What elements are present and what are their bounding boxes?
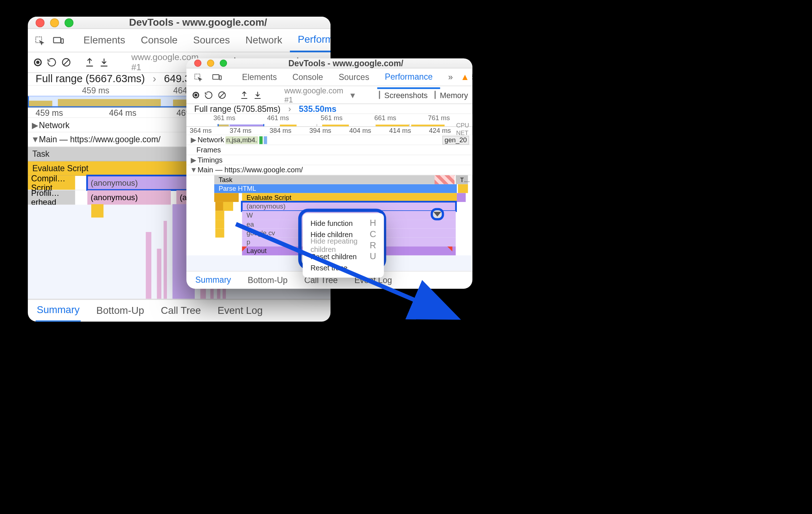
- flame-entry-compile-script[interactable]: Compil…Script: [28, 176, 75, 190]
- minimize-window-icon[interactable]: [207, 59, 214, 67]
- details-pane-tabs: Summary Bottom-Up Call Tree Event Log: [28, 299, 331, 321]
- track-main[interactable]: ▼Main — https://www.google.com/: [186, 165, 472, 175]
- svg-point-19: [194, 93, 197, 96]
- clear-button[interactable]: [61, 54, 71, 71]
- ruler-tick: 374 ms: [230, 127, 269, 135]
- upload-profile-button[interactable]: [85, 54, 95, 71]
- track-timings[interactable]: ▶Timings: [186, 155, 472, 165]
- menu-item-shortcut: U: [370, 252, 376, 262]
- warnings-badge[interactable]: ▲5: [460, 72, 472, 82]
- menu-item-hide-function[interactable]: Hide functionH: [303, 218, 384, 229]
- breadcrumb-full-range[interactable]: Full range (5667.63ms): [35, 73, 145, 85]
- download-profile-button[interactable]: [253, 87, 262, 103]
- inspect-icon[interactable]: [191, 70, 205, 84]
- track-network[interactable]: ▶ Network n,jsa,mb4. gen_20: [186, 135, 472, 145]
- minimize-window-icon[interactable]: [50, 18, 59, 27]
- expand-icon: ▶: [31, 120, 39, 130]
- overview-tick: 361 ms: [198, 114, 251, 124]
- flame-entry[interactable]: [458, 184, 468, 193]
- track-label: Frames: [197, 146, 221, 154]
- breadcrumb-level2[interactable]: 535.50ms: [299, 104, 336, 113]
- flame-entry-long-task[interactable]: [434, 175, 454, 184]
- svg-rect-13: [219, 76, 221, 80]
- tab-elements[interactable]: Elements: [76, 29, 133, 52]
- svg-rect-12: [213, 74, 219, 79]
- flame-entry-task-short[interactable]: T…: [456, 175, 468, 184]
- tab-network[interactable]: Network: [238, 29, 290, 52]
- clear-button[interactable]: [218, 87, 227, 103]
- flame-context-menu: Hide functionH Hide childrenC Hide repea…: [303, 213, 384, 278]
- flame-entry-task[interactable]: Task: [214, 175, 445, 184]
- profile-label: www.google.com #1: [284, 86, 343, 104]
- menu-item-shortcut: H: [370, 218, 376, 228]
- devtools-tabs: Elements Console Sources Performance » ▲…: [186, 68, 472, 86]
- network-chip[interactable]: n,jsa,mb4.: [225, 136, 258, 144]
- menu-item-reset-children[interactable]: Reset childrenU: [303, 251, 384, 262]
- flame-entry-anonymous-selected[interactable]: (anonymous): [242, 202, 456, 211]
- menu-item-label: Hide repeating children: [311, 237, 370, 254]
- footer-tab-calltree[interactable]: Call Tree: [160, 300, 202, 322]
- flame-entry[interactable]: [214, 193, 239, 202]
- flame-entry[interactable]: [215, 220, 224, 229]
- range-breadcrumb: Full range (5705.85ms) › 535.50ms: [186, 104, 472, 114]
- flame-entry-parse-html[interactable]: Parse HTML: [214, 184, 457, 193]
- maximize-window-icon[interactable]: [64, 18, 73, 27]
- screenshots-checkbox[interactable]: [379, 91, 380, 99]
- tab-performance[interactable]: Performance: [290, 29, 331, 52]
- menu-item-reset-trace[interactable]: Reset trace: [303, 262, 384, 273]
- tab-console[interactable]: Console: [133, 29, 185, 52]
- expand-icon: ▶: [190, 156, 198, 164]
- footer-tab-bottomup[interactable]: Bottom-Up: [95, 300, 145, 322]
- ruler-tick: 404 ms: [349, 127, 389, 135]
- tabs-overflow[interactable]: »: [441, 66, 461, 89]
- menu-item-shortcut: C: [370, 229, 376, 239]
- track-frames[interactable]: Frames: [186, 145, 472, 155]
- menu-item-label: Reset trace: [311, 264, 348, 272]
- tab-elements[interactable]: Elements: [234, 66, 285, 89]
- svg-point-8: [36, 61, 39, 64]
- tab-sources[interactable]: Sources: [331, 66, 377, 89]
- inspect-icon[interactable]: [32, 33, 47, 47]
- chevron-right-icon: ›: [288, 104, 291, 113]
- footer-tab-summary[interactable]: Summary: [194, 269, 232, 289]
- flame-entry-evaluate-script[interactable]: Evaluate Script: [242, 193, 457, 202]
- svg-rect-2: [61, 39, 63, 43]
- footer-tab-eventlog[interactable]: Event Log: [216, 300, 264, 322]
- device-toggle-icon[interactable]: [51, 33, 66, 47]
- network-chip[interactable]: gen_20: [442, 135, 469, 144]
- flame-entry[interactable]: [215, 211, 224, 220]
- overview-tick: 661 ms: [358, 114, 412, 124]
- device-toggle-icon[interactable]: [210, 70, 224, 84]
- flame-entry-anonymous[interactable]: (anonymous): [87, 190, 171, 205]
- memory-checkbox[interactable]: [434, 91, 436, 99]
- maximize-window-icon[interactable]: [220, 59, 227, 67]
- reload-record-button[interactable]: [204, 87, 213, 103]
- upload-profile-button[interactable]: [240, 87, 249, 103]
- flame-entry[interactable]: [223, 202, 233, 211]
- tab-console[interactable]: Console: [285, 66, 331, 89]
- record-button[interactable]: [33, 54, 42, 71]
- flame-entry[interactable]: [457, 193, 466, 202]
- flame-entry-profiling-overhead[interactable]: Profili…erhead: [28, 190, 75, 205]
- tab-performance[interactable]: Performance: [377, 66, 440, 89]
- network-pill-icon: [264, 136, 267, 144]
- close-window-icon[interactable]: [35, 18, 45, 27]
- close-window-icon[interactable]: [194, 59, 201, 67]
- collapse-icon: ▼: [190, 166, 198, 174]
- profile-selector[interactable]: www.google.com #1▼: [275, 86, 366, 104]
- reload-record-button[interactable]: [47, 54, 57, 71]
- track-label: Network: [39, 120, 70, 130]
- footer-tab-summary[interactable]: Summary: [35, 300, 81, 322]
- track-label: Main — https://www.google.com/: [39, 135, 161, 144]
- screenshots-label: Screenshots: [384, 90, 428, 100]
- tab-sources[interactable]: Sources: [185, 29, 238, 52]
- breadcrumb-full-range[interactable]: Full range (5705.85ms): [194, 104, 280, 113]
- record-button[interactable]: [192, 87, 200, 103]
- footer-tab-bottomup[interactable]: Bottom-Up: [247, 269, 289, 289]
- menu-item-shortcut: R: [370, 240, 376, 250]
- flame-entry[interactable]: [215, 229, 224, 238]
- warnings-count: 5: [472, 72, 472, 82]
- download-profile-button[interactable]: [99, 54, 109, 71]
- overview-timeline[interactable]: 361 ms 461 ms 561 ms 661 ms 761 ms CPU N…: [186, 114, 472, 127]
- entry-dropdown-button[interactable]: [431, 208, 444, 220]
